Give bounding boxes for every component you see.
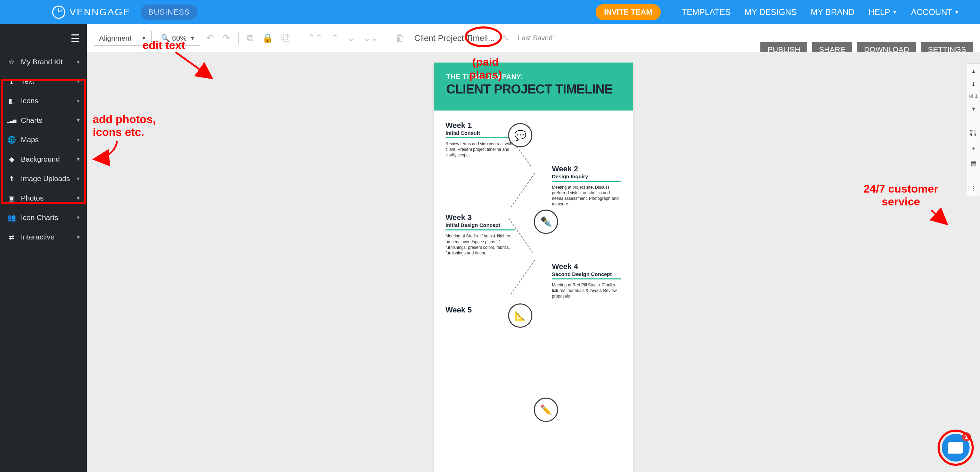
page-current[interactable]: 1 <box>967 78 980 90</box>
timeline-node-icon[interactable]: ✏️ <box>534 398 558 422</box>
copy-icon[interactable]: ⿻ <box>279 33 293 43</box>
timeline-week-5[interactable]: Week 5 <box>445 306 621 314</box>
caret-down-icon: ▼ <box>892 10 897 15</box>
annotation-download-highlight <box>465 26 502 47</box>
clock-icon <box>52 6 65 19</box>
rail-up-icon[interactable]: ▴ <box>972 64 975 78</box>
lock-icon[interactable]: 🔒 <box>260 33 275 43</box>
nav-account[interactable]: ACCOUNT▼ <box>911 7 959 17</box>
people-icon: 👥 <box>6 214 17 222</box>
plan-badge[interactable]: BUSINESS <box>141 5 197 20</box>
edit-title-icon[interactable]: ✎ <box>503 34 509 43</box>
sidebar-item-brand-kit[interactable]: ☆My Brand Kit▼ <box>0 52 87 72</box>
week-title[interactable]: Week 1 <box>445 121 515 130</box>
canvas-area[interactable]: THE TITAN COMPANY: CLIENT PROJECT TIMELI… <box>87 52 980 472</box>
nav-my-designs[interactable]: MY DESIGNS <box>745 7 797 17</box>
annotation-sidebar-highlight <box>2 79 86 204</box>
nav-my-brand[interactable]: MY BRAND <box>811 7 854 17</box>
page-total: of 1 <box>967 90 980 102</box>
week-body[interactable]: Meeting at Red Pill Studio. Finalize fix… <box>552 282 621 299</box>
last-saved-label: Last Saved: <box>518 34 555 42</box>
arrange-bottom-icon[interactable]: ⌄⌄ <box>361 33 380 43</box>
undo-icon[interactable]: ↶ <box>204 33 216 43</box>
brand-logo[interactable]: VENNGAGE <box>52 6 130 19</box>
design-canvas[interactable]: THE TITAN COMPANY: CLIENT PROJECT TIMELI… <box>434 62 633 472</box>
week-title[interactable]: Week 4 <box>552 262 621 271</box>
week-body[interactable]: Meeting at project site. Discuss preferr… <box>552 185 621 207</box>
star-icon: ☆ <box>6 58 17 66</box>
chevron-down-icon: ▼ <box>76 234 81 240</box>
week-subtitle[interactable]: Design Inquiry <box>552 174 621 179</box>
arrange-top-icon[interactable]: ⌃⌃ <box>305 33 325 43</box>
timeline: Week 1 Initial Consult Review terms and … <box>434 110 633 331</box>
timeline-week-3[interactable]: Week 3 Initial Design Concept Meeting at… <box>445 213 621 256</box>
timeline-node-icon[interactable]: 💬 <box>508 123 532 147</box>
annotation-arrow <box>928 209 956 230</box>
annotation-arrow <box>174 50 226 85</box>
week-subtitle[interactable]: Initial Consult <box>445 130 515 136</box>
sidebar-item-label: Interactive <box>21 233 54 241</box>
annotation-add-photos: add photos, icons etc. <box>93 113 156 139</box>
sidebar-item-label: Icon Charts <box>21 214 58 222</box>
annotation-chat-highlight <box>938 430 974 466</box>
chevron-down-icon: ▼ <box>76 59 81 65</box>
chevron-down-icon: ▼ <box>190 35 195 41</box>
week-subtitle[interactable]: Initial Design Concept <box>445 222 515 228</box>
week-body[interactable]: Review terms and sign contract with clie… <box>445 141 515 158</box>
rail-down-icon[interactable]: ▾ <box>972 102 975 116</box>
week-subtitle[interactable]: Second Design Concept <box>552 271 621 277</box>
delete-icon[interactable]: 🗑 <box>393 33 407 43</box>
brand-text: VENNGAGE <box>70 6 130 18</box>
arrange-up-icon[interactable]: ⌃ <box>329 33 341 43</box>
nav-help[interactable]: HELP▼ <box>869 7 897 17</box>
top-nav: VENNGAGE BUSINESS INVITE TEAM TEMPLATES … <box>0 0 980 24</box>
week-title[interactable]: Week 3 <box>445 213 515 222</box>
sidebar-item-icon-charts[interactable]: 👥Icon Charts▼ <box>0 208 87 227</box>
timeline-week-1[interactable]: Week 1 Initial Consult Review terms and … <box>445 121 621 158</box>
hamburger-icon[interactable]: ☰ <box>0 24 87 52</box>
annotation-arrow <box>91 139 126 167</box>
canvas-header[interactable]: THE TITAN COMPANY: CLIENT PROJECT TIMELI… <box>434 62 633 110</box>
arrange-down-icon[interactable]: ⌄ <box>345 33 357 43</box>
week-body[interactable]: Meeting at Studio. If bath & kitchen: pr… <box>445 233 515 256</box>
rail-add-icon[interactable]: ＋ <box>970 141 977 156</box>
nav-templates[interactable]: TEMPLATES <box>681 7 730 17</box>
timeline-week-4[interactable]: Week 4 Second Design Concept Meeting at … <box>445 262 621 299</box>
editor-area: Alignment▼ 🔍60%▼ ↶ ↷ ⧉ 🔒 ⿻ ⌃⌃ ⌃ ⌄ ⌄⌄ 🗑 C… <box>87 24 980 472</box>
canvas-title[interactable]: CLIENT PROJECT TIMELINE <box>446 82 620 97</box>
chevron-down-icon: ▼ <box>76 215 81 220</box>
sidebar-item-interactive[interactable]: ⇄Interactive▼ <box>0 227 87 247</box>
interactive-icon: ⇄ <box>6 233 17 241</box>
redo-icon[interactable]: ↷ <box>220 33 232 43</box>
week-title[interactable]: Week 2 <box>552 164 621 174</box>
annotation-paid-plans: (paid plans) <box>469 56 502 81</box>
rail-copy-icon[interactable]: ⿻ <box>970 126 977 141</box>
rail-more-icon[interactable]: ⋮ <box>970 181 977 196</box>
page-rail: ▴ 1 of 1 ▾ ⿻ ＋ ▦ ⋮ <box>967 63 980 196</box>
rail-grid-icon[interactable]: ▦ <box>970 156 977 171</box>
annotation-customer-service: 24/7 customer service <box>864 182 938 208</box>
alignment-label: Alignment <box>99 34 131 42</box>
timeline-week-2[interactable]: Week 2 Design Inquiry Meeting at project… <box>445 164 621 207</box>
sidebar-item-label: My Brand Kit <box>21 58 62 66</box>
invite-team-button[interactable]: INVITE TEAM <box>596 4 661 20</box>
week-title[interactable]: Week 5 <box>445 306 515 314</box>
annotation-edit-text: edit text <box>143 39 185 52</box>
group-icon[interactable]: ⧉ <box>245 33 256 43</box>
caret-down-icon: ▼ <box>954 10 959 15</box>
